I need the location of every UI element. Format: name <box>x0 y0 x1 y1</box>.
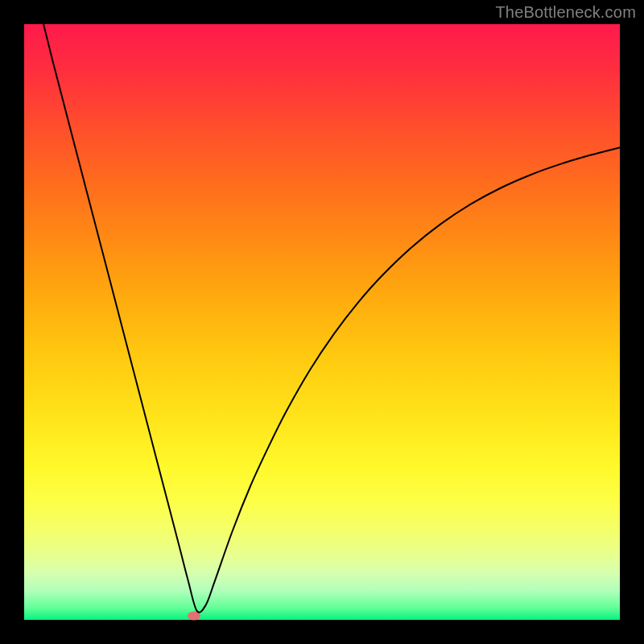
bottleneck-curve <box>42 24 620 613</box>
curve-svg <box>24 24 620 620</box>
watermark-text: TheBottleneck.com <box>495 3 636 22</box>
plot-area <box>24 24 620 620</box>
chart-frame: TheBottleneck.com <box>0 0 644 644</box>
